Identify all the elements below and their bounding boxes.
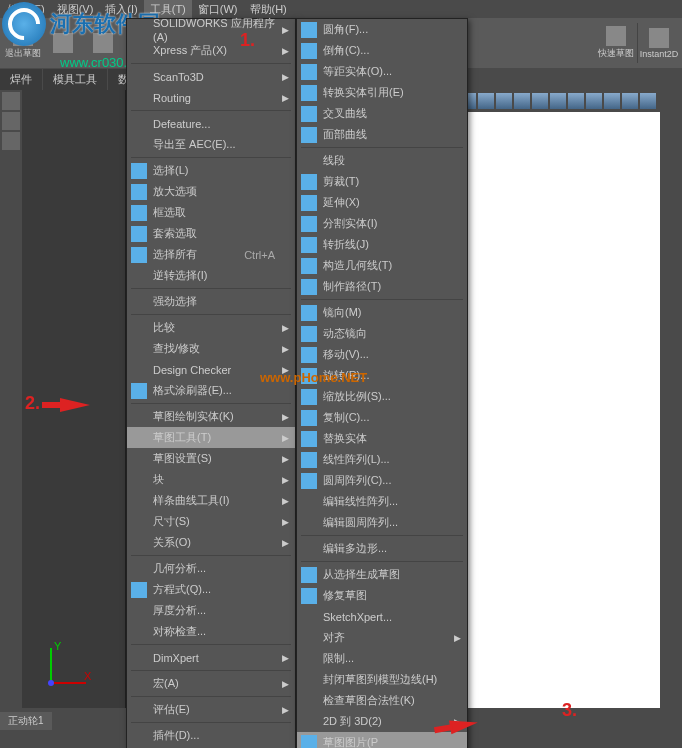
menu-item[interactable]: 等距实体(O)... (297, 61, 467, 82)
menu-item[interactable]: 放大选项 (127, 181, 295, 202)
menu-item[interactable]: 圆角(F)... (297, 19, 467, 40)
submenu-arrow-icon: ▶ (282, 323, 289, 333)
tab-mold[interactable]: 模具工具 (43, 69, 107, 90)
menu-item[interactable]: 比较▶ (127, 317, 295, 338)
menu-item-label: 宏(A) (153, 676, 179, 691)
menu-item-label: 替换实体 (323, 431, 367, 446)
svg-text:X: X (84, 670, 92, 682)
menu-item-icon (301, 279, 317, 295)
menu-item-label: 镜向(M) (323, 305, 362, 320)
menu-item[interactable]: 关系(O)▶ (127, 532, 295, 553)
view-orient-icon[interactable] (550, 93, 566, 109)
menu-item-icon (301, 216, 317, 232)
menu-item[interactable]: 封闭草图到模型边线(H) (297, 669, 467, 690)
menu-item-label: 倒角(C)... (323, 43, 369, 58)
view-settings-icon[interactable] (640, 93, 656, 109)
menu-item[interactable]: 框选取 (127, 202, 295, 223)
fit-icon[interactable] (478, 93, 494, 109)
menu-item-icon (301, 452, 317, 468)
menu-item[interactable]: 编辑多边形... (297, 538, 467, 559)
menu-item[interactable]: 样条曲线工具(I)▶ (127, 490, 295, 511)
display-style-icon[interactable] (568, 93, 584, 109)
menu-item[interactable]: 从选择生成草图 (297, 564, 467, 585)
menu-shortcut: Ctrl+A (244, 249, 275, 261)
menu-item[interactable]: DimXpert▶ (127, 647, 295, 668)
menu-item-label: 构造几何线(T) (323, 258, 392, 273)
menu-item-label: 选择所有 (153, 247, 197, 262)
menu-item[interactable]: SOLIDWORKS 应用程序(A)▶ (127, 19, 295, 40)
menu-item-label: 动态镜向 (323, 326, 367, 341)
appearance-icon[interactable] (604, 93, 620, 109)
menu-item[interactable]: 修复草图 (297, 585, 467, 606)
menu-item-label: 复制(C)... (323, 410, 369, 425)
menu-item[interactable]: 块▶ (127, 469, 295, 490)
menu-item[interactable]: 动态镜向 (297, 323, 467, 344)
section-icon[interactable] (532, 93, 548, 109)
menu-item[interactable]: 转折线(J) (297, 234, 467, 255)
annotation-2: 2. (25, 393, 40, 414)
menu-item: 复制(C)... (297, 407, 467, 428)
menu-item-icon (301, 473, 317, 489)
instant2d-icon (649, 28, 669, 48)
menu-item[interactable]: 制作路径(T) (297, 276, 467, 297)
menu-item[interactable]: Xpress 产品(X)▶ (127, 40, 295, 61)
menu-item-icon (131, 383, 147, 399)
menu-item-label: 选择(L) (153, 163, 188, 178)
menu-item[interactable]: 草图设置(S)▶ (127, 448, 295, 469)
menu-item[interactable]: 转换实体引用(E) (297, 82, 467, 103)
menu-item-label: 方程式(Q)... (153, 582, 211, 597)
menu-item[interactable]: 草图图片(P (297, 732, 467, 748)
menu-item[interactable]: 剪裁(T) (297, 171, 467, 192)
menu-item[interactable]: 草图工具(T)▶ (127, 427, 295, 448)
menu-item[interactable]: 替换实体 (297, 428, 467, 449)
config-icon[interactable] (2, 112, 20, 130)
menu-item-label: 评估(E) (153, 702, 190, 717)
left-icon-bar (0, 90, 22, 708)
menu-item[interactable]: 构造几何线(T) (297, 255, 467, 276)
tree-icon[interactable] (2, 92, 20, 110)
ribbon-snap[interactable]: 快速草图 (597, 20, 635, 66)
pan-icon[interactable] (496, 93, 512, 109)
menu-item[interactable]: 方程式(Q)... (127, 579, 295, 600)
ribbon-instant2d[interactable]: Instant2D (640, 20, 678, 66)
menu-item[interactable]: 圆周阵列(C)... (297, 470, 467, 491)
menu-item[interactable]: 草图绘制实体(K)▶ (127, 406, 295, 427)
menu-item[interactable]: 检查草图合法性(K) (297, 690, 467, 711)
scene-icon[interactable] (622, 93, 638, 109)
menu-item-icon (131, 226, 147, 242)
menu-item[interactable]: 尺寸(S)▶ (127, 511, 295, 532)
menu-item[interactable]: 评估(E)▶ (127, 699, 295, 720)
submenu-arrow-icon: ▶ (282, 538, 289, 548)
annotation-1: 1. (240, 30, 255, 51)
tab-weldment[interactable]: 焊件 (0, 69, 42, 90)
menu-item-icon (301, 258, 317, 274)
menu-item[interactable]: 套索选取 (127, 223, 295, 244)
model-tab[interactable]: 正动轮1 (0, 712, 52, 730)
menu-item-label: 编辑多边形... (323, 541, 387, 556)
menu-item[interactable]: Routing▶ (127, 87, 295, 108)
menu-item[interactable]: 线性阵列(L)... (297, 449, 467, 470)
menu-item[interactable]: 选择所有Ctrl+A (127, 244, 295, 265)
submenu-arrow-icon: ▶ (282, 72, 289, 82)
display-icon[interactable] (2, 132, 20, 150)
menu-item[interactable]: 交叉曲线 (297, 103, 467, 124)
menu-item-label: 块 (153, 472, 164, 487)
menu-item[interactable]: 镜向(M) (297, 302, 467, 323)
hide-show-icon[interactable] (586, 93, 602, 109)
menu-item-label: 面部曲线 (323, 127, 367, 142)
menu-item[interactable]: 选择(L) (127, 160, 295, 181)
menu-item-icon (301, 64, 317, 80)
menu-item[interactable]: 插件(D)... (127, 725, 295, 746)
right-task-pane[interactable] (660, 90, 682, 708)
menu-item[interactable]: 对齐▶ (297, 627, 467, 648)
menu-item[interactable]: ScanTo3D▶ (127, 66, 295, 87)
menu-item-icon (131, 163, 147, 179)
menu-item[interactable]: 延伸(X) (297, 192, 467, 213)
menu-item[interactable]: 倒角(C)... (297, 40, 467, 61)
menu-item[interactable]: 限制... (297, 648, 467, 669)
rotate-icon[interactable] (514, 93, 530, 109)
menu-item-label: 2D 到 3D(2) (323, 714, 382, 729)
menu-item-label: 从选择生成草图 (323, 567, 400, 582)
menu-item[interactable]: 宏(A)▶ (127, 673, 295, 694)
menu-item[interactable]: 查找/修改▶ (127, 338, 295, 359)
